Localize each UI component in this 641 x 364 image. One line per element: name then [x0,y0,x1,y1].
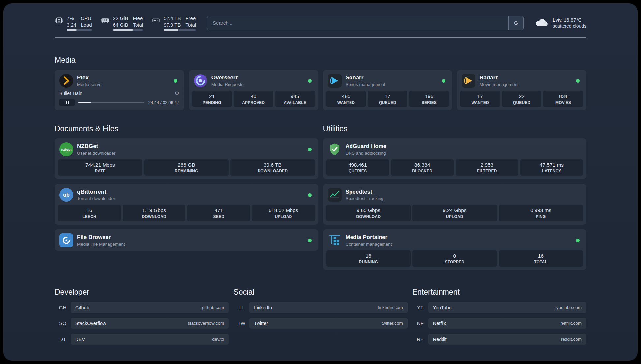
service-card-radarr[interactable]: Radarr Movie management 17 WANTED 22 QUE… [457,70,586,110]
bookmark-row: YT YouTube youtube.com [412,302,586,313]
dashboard-page: 7% 3.24 CPU Load [3,3,638,349]
stat-tile: 1.19 Gbps DOWNLOAD [123,205,185,221]
service-card-plex[interactable]: Plex Media server Bullet Train ⚙ [55,70,184,110]
service-subtitle: Media File Management [77,242,125,247]
disk-total-label: Total [185,22,196,28]
memory-total-label: Total [133,22,143,28]
bookmark-name: LinkedIn [254,305,378,310]
playback-progress-bar [78,102,144,103]
service-card-filebrowser[interactable]: File Browser Media File Management [55,229,318,251]
bookmark-domain: twitter.com [382,321,403,326]
disk-free-label: Free [185,15,196,22]
stat-value: 834 [545,93,582,99]
stat-label: STOPPED [414,260,496,264]
stat-tile: 16 LEECH [58,205,121,221]
bookmark-group-title: Entertainment [412,288,586,297]
bookmark-link-stackoverflow[interactable]: StackOverflow stackoverflow.com [71,318,229,329]
stat-tile: 17 WANTED [460,91,500,107]
bookmark-row: LI LinkedIn linkedin.com [233,302,407,313]
bookmark-link-youtube[interactable]: YouTube youtube.com [428,302,586,313]
cpu-load-value: 3.24 [67,22,76,28]
stat-value: 945 [277,93,314,99]
bookmark-name: StackOverflow [75,321,188,326]
status-dot [308,239,312,242]
stat-tile: 9.24 Gbps UPLOAD [412,205,497,221]
service-card-sonarr[interactable]: Sonarr Series management 485 WANTED 17 Q… [323,70,452,110]
stat-value: 618.52 Mbps [253,207,313,213]
service-title: Sonarr [346,75,385,81]
section-title-utilities: Utilities [323,124,587,133]
stat-label: QUEUED [369,100,406,105]
topbar-divider [55,37,586,38]
stat-label: BLOCKED [392,169,452,173]
bookmark-abbr: LI [233,305,249,310]
overseerr-icon [194,74,207,88]
bookmark-link-linkedin[interactable]: LinkedIn linkedin.com [249,302,407,313]
stat-value: 0.993 ms [500,207,582,213]
bookmark-link-netflix[interactable]: Netflix netflix.com [428,318,586,329]
service-card-speedtest[interactable]: Speedtest Speedtest Tracking 9.65 Gbps D… [323,184,587,225]
now-playing-title: Bullet Train [59,91,82,96]
service-title: File Browser [77,234,125,241]
stat-label: RUNNING [328,260,410,264]
memory-progress-bar [113,29,143,31]
stat-label: UPLOAD [253,214,313,219]
search-provider-button[interactable]: G [508,16,523,30]
stat-tile: 21 PENDING [192,91,232,107]
topbar: 7% 3.24 CPU Load [55,15,586,31]
bookmarks: Developer GH Github github.com SO StackO… [55,288,586,349]
bookmark-row: DT DEV dev.to [55,334,229,345]
stat-label: WANTED [328,100,365,105]
weather-condition: scattered clouds [553,23,586,29]
bookmark-link-github[interactable]: Github github.com [71,302,229,313]
stat-value: 9.24 Gbps [414,207,496,213]
memory-free-value: 22 GiB [113,15,128,22]
dashboard-frame: 7% 3.24 CPU Load [3,3,638,361]
section-utilities: Utilities [323,124,587,270]
stat-tile: 39.6 TB DOWNLOADED [230,159,315,176]
stat-value: 471 [189,207,249,213]
stat-tile: 40 APPROVED [234,91,273,107]
weather-widget: Lviv, 16.87°C scattered clouds [535,17,586,29]
bookmark-group-title: Developer [55,288,229,297]
service-title: Radarr [479,75,519,81]
stat-tile: 945 AVAILABLE [275,91,315,107]
bookmark-abbr: TW [233,320,249,326]
service-card-overseerr[interactable]: Overseerr Media Requests 21 PENDING 40 A… [189,70,318,110]
bookmark-domain: dev.to [212,337,224,342]
stat-tile: 834 MOVIES [543,91,583,107]
stat-label: WANTED [462,100,499,105]
stat-tile: 86,384 BLOCKED [391,159,454,176]
stat-value: 9.65 Gbps [328,207,410,213]
service-subtitle: DNS and adblocking [346,151,387,156]
gear-icon[interactable]: ⚙ [174,91,179,96]
service-card-nzbget[interactable]: nzbget NZBGet Usenet downloader 744.21 M… [55,138,318,179]
stat-tile: 471 SEED [187,205,250,221]
bookmark-link-dev[interactable]: DEV dev.to [71,334,229,345]
stat-tile: 9.65 Gbps DOWNLOAD [326,205,411,221]
bookmark-abbr: RE [412,336,428,342]
stat-label: UPLOAD [414,214,496,219]
service-card-portainer[interactable]: Media Portainer Container management 16 … [323,229,587,270]
plex-icon [59,74,73,88]
stat-tile: 16 RUNNING [326,250,411,267]
bookmark-link-twitter[interactable]: Twitter twitter.com [249,318,407,329]
stat-label: REMAINING [146,169,228,173]
memory-widget: 22 GiB 64 GiB Free Total [101,15,143,31]
service-card-qbittorrent[interactable]: qb qBittorrent Torrent downloader 16 LEE… [55,184,318,225]
bookmark-name: DEV [75,337,212,342]
pause-button[interactable] [59,99,75,106]
stat-value: 40 [235,93,272,99]
stat-value: 17 [369,93,406,99]
stat-label: DOWNLOADED [232,169,314,173]
speedtest-graph-icon [328,188,342,202]
service-card-adguard[interactable]: AdGuard Home DNS and adblocking 498,461 … [323,138,587,179]
stat-label: RATE [59,169,141,173]
stat-label: QUERIES [328,169,388,173]
stat-tile: 485 WANTED [326,91,366,107]
status-dot [308,148,312,151]
cpu-widget: 7% 3.24 CPU Load [55,15,92,31]
stat-label: TOTAL [500,260,582,264]
search-input[interactable] [207,16,508,30]
bookmark-link-reddit[interactable]: Reddit reddit.com [428,334,586,345]
